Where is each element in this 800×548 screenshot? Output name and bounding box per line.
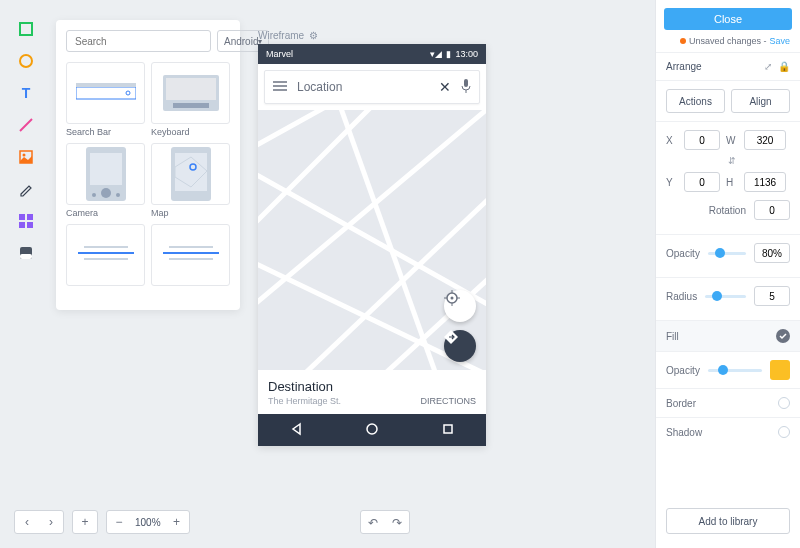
svg-rect-10 [20,254,32,259]
component-item[interactable] [66,224,145,286]
grid-tool[interactable] [17,212,35,230]
gear-icon[interactable]: ⚙ [309,30,318,41]
zoom-in-button[interactable]: + [165,510,189,534]
svg-rect-6 [27,214,33,220]
svg-rect-18 [90,153,122,185]
close-button[interactable]: Close [664,8,792,30]
phone-frame[interactable]: Marvel ▾◢ ▮ 13:00 Location ✕ Destination… [258,44,486,446]
h-label: H [726,177,738,188]
radius-input[interactable] [754,286,790,306]
battery-icon: ▮ [446,49,451,59]
undo-button[interactable]: ↶ [361,511,385,535]
x-input[interactable] [684,130,720,150]
home-icon[interactable] [365,422,379,439]
component-item[interactable]: Map [151,143,230,218]
footer-left: ‹ › + − 100% + [14,510,190,534]
y-input[interactable] [684,172,720,192]
mic-icon[interactable] [461,79,471,96]
svg-rect-23 [175,153,207,191]
radius-slider[interactable] [705,295,746,298]
opacity-slider[interactable] [708,252,746,255]
svg-rect-43 [444,425,452,433]
actions-button[interactable]: Actions [666,89,725,113]
svg-rect-27 [84,258,128,260]
link-icon[interactable]: ⇵ [726,156,738,166]
close-icon[interactable]: ✕ [439,79,451,95]
fill-color-swatch[interactable] [770,360,790,380]
properties-panel: Close Unsaved changes - Save Arrange ⤢ 🔒… [655,0,800,548]
panel-tool[interactable] [17,244,35,262]
border-label: Border [666,398,696,409]
align-button[interactable]: Align [731,89,790,113]
recent-icon[interactable] [441,422,455,439]
svg-rect-16 [173,103,209,108]
directions-link[interactable]: DIRECTIONS [420,396,476,406]
fill-opacity-slider[interactable] [708,369,762,372]
rotation-input[interactable] [754,200,790,220]
opacity-label: Opacity [666,248,700,259]
w-input[interactable] [744,130,786,150]
zoom-value: 100% [131,517,165,528]
add-page-button[interactable]: + [73,510,97,534]
component-item[interactable]: Search Bar [66,62,145,137]
svg-rect-29 [163,252,219,254]
unsaved-indicator: Unsaved changes - Save [656,36,800,52]
redo-button[interactable]: ↷ [385,511,409,535]
svg-point-4 [23,154,26,157]
component-label: Keyboard [151,127,230,137]
svg-rect-5 [19,214,25,220]
radius-label: Radius [666,291,697,302]
statusbar-time: 13:00 [455,49,478,59]
component-label: Search Bar [66,127,145,137]
zoom-out-button[interactable]: − [107,510,131,534]
map-search-bar[interactable]: Location ✕ [264,70,480,104]
destination-subtitle: The Hermitage St. [268,396,341,406]
pen-tool[interactable] [17,180,35,198]
map-area[interactable] [258,110,486,370]
lock-icon[interactable]: 🔒 [778,61,790,72]
svg-point-42 [367,424,377,434]
svg-rect-30 [169,258,213,260]
line-tool[interactable] [17,116,35,134]
svg-point-20 [92,193,96,197]
text-tool[interactable]: T [17,84,35,102]
image-tool[interactable] [17,148,35,166]
y-label: Y [666,177,678,188]
component-label: Map [151,208,230,218]
destination-panel: Destination The Hermitage St. DIRECTIONS [258,370,486,414]
lock-icon[interactable]: ⤢ [764,61,772,72]
components-panel: Android▾ Search Bar Keyboard Camera Map [56,20,240,310]
component-search-input[interactable] [66,30,211,52]
svg-point-37 [451,297,454,300]
h-input[interactable] [744,172,786,192]
add-to-library-button[interactable]: Add to library [666,508,790,534]
opacity-input[interactable] [754,243,790,263]
arrange-label: Arrange [666,61,702,72]
prev-button[interactable]: ‹ [15,510,39,534]
circle-tool[interactable] [17,52,35,70]
border-toggle[interactable] [778,397,790,409]
save-link[interactable]: Save [769,36,790,46]
directions-fab[interactable] [444,330,476,362]
shadow-label: Shadow [666,427,702,438]
component-item[interactable]: Keyboard [151,62,230,137]
svg-rect-12 [76,83,136,87]
fill-toggle[interactable] [776,329,790,343]
next-button[interactable]: › [39,510,63,534]
fill-label: Fill [666,331,679,342]
svg-point-13 [126,91,130,95]
rectangle-tool[interactable] [17,20,35,38]
toolbox: T [14,20,38,262]
component-item[interactable]: Camera [66,143,145,218]
destination-title: Destination [268,379,341,394]
shadow-toggle[interactable] [778,426,790,438]
menu-icon[interactable] [273,80,287,94]
svg-rect-0 [20,23,32,35]
status-bar: Marvel ▾◢ ▮ 13:00 [258,44,486,64]
back-icon[interactable] [289,422,303,439]
component-item[interactable] [151,224,230,286]
locate-fab[interactable] [444,290,476,322]
svg-rect-28 [169,246,213,248]
footer-center: ↶ ↷ [360,510,410,534]
svg-line-2 [20,119,32,131]
